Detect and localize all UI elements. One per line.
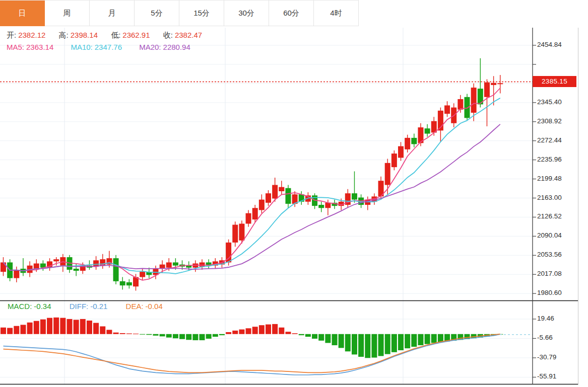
main-axis-label: 2454.84 [537,41,562,48]
ohlc-header: 开:2382.12 高:2398.14 低:2362.91 收:2382.47 [7,31,204,40]
close-value: 2382.47 [175,31,202,39]
tab-4时[interactable]: 4时 [314,1,359,26]
macd-label: MACD: [8,302,32,311]
ma10-value: 2347.76 [95,43,122,51]
main-axis-label: 1980.60 [537,289,562,296]
current-price-tag: 2385.15 [533,76,576,87]
diff-label: DIFF: [70,302,89,311]
tab-30分[interactable]: 30分 [224,1,269,26]
tab-60分[interactable]: 60分 [269,1,314,26]
dea-value: -0.04 [146,302,163,311]
macd-axis-label: -30.79 [537,353,556,361]
open-label: 开: [7,31,16,39]
tab-15分[interactable]: 15分 [179,1,224,26]
ma20-label: MA20: [139,43,161,51]
macd-axis-label: -5.66 [537,334,553,341]
main-axis-label: 2308.92 [537,117,562,125]
open-value: 2382.12 [18,31,45,39]
ma10-label: MA10: [71,43,92,51]
tab-5分[interactable]: 5分 [135,1,179,26]
main-axis-label: 2017.08 [537,270,562,277]
period-tab-bar: 日周月5分15分30分60分4时 [0,0,359,26]
chart-area[interactable] [0,0,588,387]
main-axis-label: 2053.56 [537,251,562,258]
diff-value: -0.21 [90,302,107,311]
ma-header: MA5:2363.14 MA10:2347.76 MA20:2280.94 [7,43,192,51]
ma20-value: 2280.94 [163,43,190,51]
main-axis-label: 2345.40 [537,98,562,106]
tab-日[interactable]: 日 [0,1,45,26]
macd-header: MACD:-0.34 DIFF:-0.21 DEA:-0.04 [8,302,165,311]
macd-value: -0.34 [34,302,51,311]
main-axis-label: 2272.44 [537,136,562,144]
high-label: 高: [59,31,69,39]
low-value: 2362.91 [122,31,150,39]
ma5-label: MA5: [7,43,24,51]
main-axis-label: 2126.52 [537,212,562,220]
macd-axis-label: 19.46 [537,315,554,322]
tab-周[interactable]: 周 [45,1,90,26]
tab-月[interactable]: 月 [90,1,135,26]
ma5-value: 2363.14 [26,43,53,51]
dea-label: DEA: [126,302,144,311]
candlestick-macd-plot [0,0,588,387]
kline-chart-widget: 日周月5分15分30分60分4时 开:2382.12 高:2398.14 低:2… [0,0,588,387]
macd-axis-label: -55.91 [537,372,556,380]
low-label: 低: [111,31,120,39]
main-axis-label: 2199.48 [537,175,562,182]
close-label: 收: [163,31,173,39]
main-axis-label: 2163.00 [537,194,562,201]
main-axis-label: 2090.04 [537,231,562,239]
main-axis-label: 2235.96 [537,156,562,163]
high-value: 2398.14 [71,31,98,39]
